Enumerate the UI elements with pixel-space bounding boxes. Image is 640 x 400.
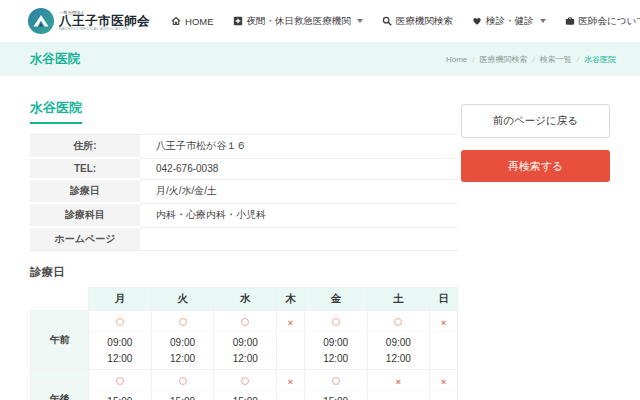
schedule-marks-row: 午後××× [31, 370, 458, 391]
open-circle-mark [179, 377, 187, 385]
schedule-time-cell: 15:0018:00 [89, 391, 152, 400]
time-end: 12:00 [368, 351, 430, 367]
brand-name-en: HACHIOJI MEDICAL ASSOCIATION [59, 27, 128, 31]
plus-square-icon [233, 16, 243, 26]
info-label: ホームページ [30, 227, 140, 251]
schedule-time-cell: 15:0018:00 [304, 391, 367, 400]
open-circle-mark [179, 318, 187, 326]
time-start: 15:00 [214, 394, 276, 400]
schedule-mark-cell: × [367, 370, 430, 391]
clinic-name-heading: 水谷医院 [30, 99, 82, 124]
breadcrumb-separator: / [533, 55, 535, 64]
schedule-time-cell-empty [277, 332, 305, 370]
schedule-time-cell: 09:0012:00 [367, 332, 430, 370]
brand-logo[interactable]: 一般社団法人 八王子市医師会 HACHIOJI MEDICAL ASSOCIAT… [28, 8, 171, 34]
schedule-mark-cell [89, 370, 152, 391]
schedule-times-row: 09:0012:0009:0012:0009:0012:0009:0012:00… [31, 332, 458, 370]
clinic-detail-panel: 水谷医院 住所:八王子市松が谷１６TEL:042-676-0038診療日月/火/… [30, 98, 460, 400]
info-value: 内科・心療内科・小児科 [140, 203, 458, 227]
info-label: TEL: [30, 158, 140, 179]
schedule-mark-cell [89, 311, 152, 332]
open-circle-mark [241, 318, 249, 326]
schedule-mark-cell [367, 311, 430, 332]
closed-x-mark: × [288, 377, 293, 387]
day-header: 金 [304, 288, 367, 311]
schedule-mark-cell: × [277, 370, 305, 391]
open-circle-mark [116, 377, 124, 385]
page-header-band: 水谷医院 Home/医療機関検索/検索一覧/水谷医院 [0, 42, 640, 76]
time-start: 09:00 [89, 335, 151, 351]
time-start: 09:00 [305, 335, 367, 351]
brand-org-type: 一般社団法人 [59, 10, 140, 14]
nav-item-search[interactable]: 医療機関検索 [382, 15, 453, 28]
info-row: TEL:042-676-0038 [30, 158, 458, 179]
time-start: 09:00 [368, 335, 430, 351]
schedule-time-cell: 09:0012:00 [151, 332, 214, 370]
breadcrumb-link[interactable]: 検索一覧 [540, 54, 572, 65]
nav-item-label: 夜間・休日救急医療機関 [247, 15, 352, 28]
brand-name: 八王子市医師会 [59, 15, 171, 28]
page: 一般社団法人 八王子市医師会 HACHIOJI MEDICAL ASSOCIAT… [0, 0, 640, 400]
breadcrumb-link[interactable]: Home [446, 55, 467, 64]
nav-item-about[interactable]: 医師会について [565, 15, 640, 28]
breadcrumb-link[interactable]: 医療機関検索 [480, 54, 528, 65]
time-end: 12:00 [89, 351, 151, 367]
schedule-time-cell: 09:0012:00 [304, 332, 367, 370]
schedule-times-row: 15:0018:0015:0018:0015:0018:0015:0018:00 [31, 391, 458, 400]
schedule-marks-row: 午前×× [31, 311, 458, 332]
open-circle-mark [394, 318, 402, 326]
heart-icon [472, 16, 482, 26]
nav-item-label: 医師会について [579, 15, 640, 28]
info-value [140, 227, 458, 251]
nav-item-emergency[interactable]: 夜間・休日救急医療機関 [233, 15, 364, 28]
day-header: 木 [277, 288, 305, 311]
info-row: ホームページ [30, 227, 458, 251]
day-header: 火 [151, 288, 214, 311]
time-start: 15:00 [152, 394, 214, 400]
open-circle-mark [116, 318, 124, 326]
closed-x-mark: × [441, 377, 446, 387]
time-start: 15:00 [305, 394, 367, 400]
info-row: 住所:八王子市松が谷１６ [30, 135, 458, 159]
slot-label: 午後 [31, 370, 89, 400]
breadcrumb-current: 水谷医院 [584, 54, 616, 65]
closed-x-mark: × [396, 377, 401, 387]
nav-item-checkup[interactable]: 検診・健診 [472, 15, 546, 28]
time-end: 12:00 [305, 351, 367, 367]
day-header: 水 [214, 288, 277, 311]
brand-logo-icon [28, 8, 54, 34]
nav-item-label: HOME [185, 16, 214, 27]
schedule-time-cell-empty [277, 391, 305, 400]
nav-item-label: 医療機関検索 [396, 15, 453, 28]
info-label: 診療日 [30, 179, 140, 203]
breadcrumb: Home/医療機関検索/検索一覧/水谷医院 [446, 54, 616, 65]
schedule-mark-cell [214, 311, 277, 332]
breadcrumb-separator: / [472, 55, 474, 64]
info-value: 042-676-0038 [140, 158, 458, 179]
chevron-down-icon [357, 19, 363, 23]
page-title: 水谷医院 [30, 51, 80, 68]
schedule-mark-cell [214, 370, 277, 391]
schedule-mark-cell [151, 370, 214, 391]
schedule-time-cell-empty [430, 391, 458, 400]
closed-x-mark: × [441, 318, 446, 328]
main-nav: HOME夜間・休日救急医療機関医療機関検索検診・健診医師会について [171, 15, 640, 28]
info-row: 診療日月/火/水/金/土 [30, 179, 458, 203]
clinic-info-table: 住所:八王子市松が谷１６TEL:042-676-0038診療日月/火/水/金/土… [30, 134, 458, 251]
schedule-time-cell: 09:0012:00 [89, 332, 152, 370]
time-start: 09:00 [214, 335, 276, 351]
schedule-corner-cell [31, 288, 89, 311]
nav-item-label: 検診・健診 [486, 15, 534, 28]
schedule-time-cell: 15:0018:00 [214, 391, 277, 400]
schedule-mark-cell [151, 311, 214, 332]
back-button[interactable]: 前のページに戻る [461, 104, 610, 138]
nav-item-home[interactable]: HOME [171, 16, 214, 27]
open-circle-mark [241, 377, 249, 385]
day-header: 日 [430, 288, 458, 311]
schedule-mark-cell [304, 370, 367, 391]
research-button[interactable]: 再検索する [461, 150, 610, 182]
time-end: 12:00 [152, 351, 214, 367]
day-header: 土 [367, 288, 430, 311]
schedule-header-row: 月火水木金土日 [31, 288, 458, 311]
schedule-time-cell: 09:0012:00 [214, 332, 277, 370]
